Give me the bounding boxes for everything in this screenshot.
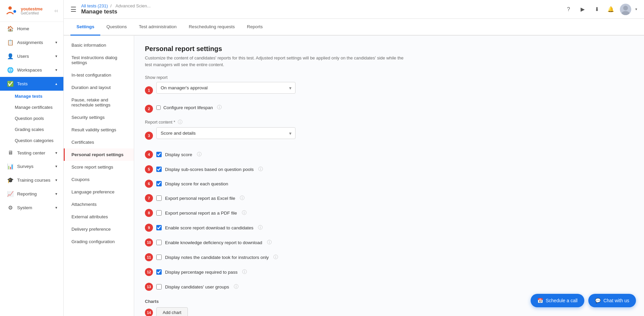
sidebar-item-label: Reporting [17, 191, 37, 196]
badge-8: 8 [145, 209, 153, 217]
display-user-groups-checkbox[interactable] [156, 284, 162, 289]
sidebar-collapse-btn[interactable]: ‹‹ [54, 8, 58, 14]
sidebar-sub-question-categories[interactable]: Question categories [0, 135, 63, 146]
display-notes-info-icon[interactable]: ⓘ [273, 254, 278, 260]
users-icon: 👤 [7, 53, 14, 59]
schedule-call-button[interactable]: 📅 Schedule a call [531, 294, 584, 307]
sidebar-item-system[interactable]: ⚙ System ▾ [0, 201, 63, 215]
tab-reports[interactable]: Reports [241, 19, 269, 36]
arrow-icon: ▾ [55, 151, 57, 155]
svg-point-3 [622, 11, 630, 15]
section-title: Personal report settings [145, 45, 633, 53]
svg-point-0 [8, 6, 12, 10]
display-user-groups-info-icon[interactable]: ⓘ [234, 284, 238, 290]
display-subscores-info-icon[interactable]: ⓘ [258, 166, 263, 172]
display-percentage-info-icon[interactable]: ⓘ [242, 269, 247, 275]
tab-rescheduling-requests[interactable]: Rescheduling requests [183, 19, 241, 36]
sidebar-item-reporting[interactable]: 📈 Reporting ▾ [0, 187, 63, 201]
left-nav-language-preference[interactable]: Language preference [64, 186, 134, 198]
download-icon[interactable]: ⬇ [592, 4, 602, 14]
sidebar-sub-manage-tests[interactable]: Manage tests [0, 91, 63, 102]
svg-point-1 [13, 10, 16, 13]
add-chart-button[interactable]: Add chart [156, 307, 188, 316]
display-notes-checkbox[interactable] [156, 255, 162, 260]
configure-lifespan-info-icon[interactable]: ⓘ [217, 104, 222, 110]
left-nav-attachments[interactable]: Attachments [64, 198, 134, 211]
sidebar-sub-manage-certificates[interactable]: Manage certificates [0, 102, 63, 113]
avatar-arrow[interactable]: ▾ [635, 7, 637, 11]
sidebar-item-assignments[interactable]: 📋 Assignments ▾ [0, 36, 63, 49]
notifications-icon[interactable]: 🔔 [606, 4, 616, 14]
enable-score-download-checkbox[interactable] [156, 225, 162, 230]
left-nav-result-validity-settings[interactable]: Result validity settings [64, 124, 134, 136]
breadcrumb: All tests (231) / Advanced Scien... [81, 3, 152, 8]
display-subscores-checkbox[interactable] [156, 167, 162, 172]
item-display-score-each-question: 6 Display score for each question [145, 178, 633, 189]
sidebar-item-label: Surveys [17, 164, 34, 169]
report-content-select[interactable]: Score and details Score only Details onl… [156, 127, 296, 139]
svg-point-2 [623, 6, 628, 10]
enable-knowledge-deficiency-checkbox[interactable] [156, 240, 162, 245]
enable-score-download-row: Enable score report download to candidat… [156, 225, 263, 231]
sidebar-sub-question-pools[interactable]: Question pools [0, 113, 63, 124]
display-score-info-icon[interactable]: ⓘ [197, 151, 202, 157]
enable-score-download-info-icon[interactable]: ⓘ [258, 225, 263, 231]
left-nav-test-instructions[interactable]: Test instructions dialog settings [64, 51, 134, 69]
sidebar-item-label: Users [17, 54, 29, 59]
left-nav-delivery-preference[interactable]: Delivery preference [64, 223, 134, 235]
tab-test-administration[interactable]: Test administration [133, 19, 183, 36]
surveys-icon: 📊 [7, 163, 14, 170]
report-content-info-icon[interactable]: ⓘ [178, 119, 182, 125]
left-nav-grading-configuration[interactable]: Grading configuration [64, 235, 134, 248]
sidebar-item-home[interactable]: 🏠 Home [0, 22, 63, 36]
arrow-icon: ▾ [55, 68, 57, 72]
display-percentage-checkbox[interactable] [156, 269, 162, 275]
left-nav-pause-retake-reschedule[interactable]: Pause, retake and reschedule settings [64, 94, 134, 111]
sidebar-item-tests[interactable]: ✅ Tests ▴ [0, 77, 63, 91]
sidebar-item-label: Home [17, 26, 29, 31]
export-excel-label: Export personal report as Excel file [165, 196, 235, 201]
help-icon[interactable]: ? [564, 4, 574, 14]
arrow-icon: ▾ [55, 206, 57, 210]
arrow-icon: ▴ [55, 82, 57, 86]
export-pdf-checkbox[interactable] [156, 210, 162, 216]
export-excel-checkbox[interactable] [156, 195, 162, 201]
avatar[interactable] [620, 4, 631, 15]
sidebar-item-label: Tests [17, 81, 28, 86]
breadcrumb-sep: / [110, 3, 113, 8]
sidebar-item-label: Workspaces [17, 67, 42, 73]
configure-lifespan-checkbox[interactable] [156, 105, 161, 110]
topbar-title-area: All tests (231) / Advanced Scien... Mana… [81, 3, 152, 15]
export-pdf-info-icon[interactable]: ⓘ [242, 210, 247, 216]
tab-questions[interactable]: Questions [100, 19, 133, 36]
display-subscores-row: Display sub-scores based on question poo… [156, 166, 263, 172]
chat-with-us-button[interactable]: 💬 Chat with us [588, 294, 636, 307]
logo-sub: GetCertified [21, 11, 43, 15]
left-nav-security-settings[interactable]: Security settings [64, 111, 134, 124]
breadcrumb-link[interactable]: All tests (231) [81, 3, 108, 8]
sidebar-item-surveys[interactable]: 📊 Surveys ▾ [0, 160, 63, 173]
sidebar-item-workspaces[interactable]: 🌐 Workspaces ▾ [0, 63, 63, 77]
left-nav-basic-information[interactable]: Basic information [64, 39, 134, 51]
left-nav-in-test-configuration[interactable]: In-test configuration [64, 69, 134, 81]
display-score-checkbox[interactable] [156, 152, 162, 157]
left-nav-personal-report-settings[interactable]: Personal report settings [64, 148, 134, 161]
sidebar-item-training-courses[interactable]: 🎓 Training courses ▾ [0, 173, 63, 187]
left-nav-certificates[interactable]: Certificates [64, 136, 134, 148]
enable-knowledge-deficiency-info-icon[interactable]: ⓘ [267, 239, 272, 245]
export-excel-info-icon[interactable]: ⓘ [240, 195, 245, 201]
tab-settings[interactable]: Settings [70, 19, 100, 36]
show-report-select[interactable]: On manager's approval Always Never [156, 82, 296, 94]
sidebar-item-users[interactable]: 👤 Users ▾ [0, 49, 63, 63]
left-nav: Basic information Test instructions dial… [64, 36, 134, 316]
left-nav-duration-and-layout[interactable]: Duration and layout [64, 81, 134, 94]
system-icon: ⚙ [7, 205, 14, 211]
sidebar-item-testing-center[interactable]: 🖥 Testing center ▾ [0, 146, 63, 160]
play-icon[interactable]: ▶ [578, 4, 588, 14]
sidebar-sub-grading-scales[interactable]: Grading scales [0, 124, 63, 135]
menu-button[interactable]: ☰ [70, 5, 76, 13]
display-score-each-question-checkbox[interactable] [156, 181, 162, 186]
left-nav-coupons[interactable]: Coupons [64, 173, 134, 186]
left-nav-external-attributes[interactable]: External attributes [64, 211, 134, 223]
left-nav-score-report-settings[interactable]: Score report settings [64, 161, 134, 173]
